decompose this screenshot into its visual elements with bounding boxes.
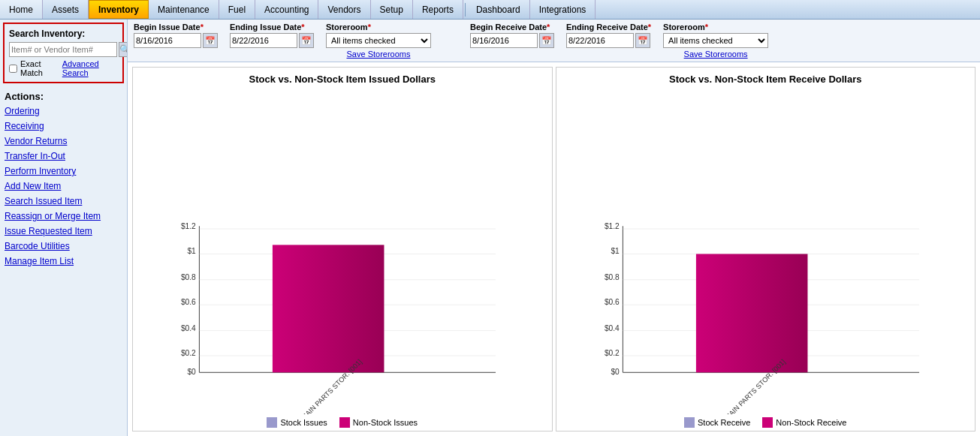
- receive-chart-inner: $1.2 $1 $0.8 $0.6 $0.4 $0.2 $0: [559, 88, 972, 414]
- svg-text:$1: $1: [611, 247, 620, 255]
- issue-storeroom-section: Storeroom* All items checked Save Storer…: [326, 23, 431, 59]
- issue-storeroom-label: Storeroom*: [326, 23, 431, 32]
- issued-nonstock-swatch: [339, 417, 350, 428]
- receive-nonstock-legend: Non-Stock Receive: [762, 417, 846, 428]
- svg-text:$0.4: $0.4: [181, 324, 196, 332]
- issued-chart-inner: $1.2 $1 $0.8 $0.6 $0.4 $0.2 $0: [136, 88, 549, 414]
- end-receive-date-label: Ending Receive Date*: [566, 23, 651, 32]
- svg-text:$0.8: $0.8: [181, 273, 196, 281]
- nav-separator: [465, 3, 466, 17]
- nav-integrations[interactable]: Integrations: [530, 0, 596, 19]
- sidebar-action-issue-requested[interactable]: Issue Requested Item: [0, 224, 127, 239]
- sidebar-action-ordering[interactable]: Ordering: [0, 104, 127, 119]
- nonstock-issued-bar: [273, 245, 384, 372]
- svg-text:$0.4: $0.4: [604, 324, 619, 332]
- issued-nonstock-legend-label: Non-Stock Issues: [353, 418, 418, 427]
- receive-stock-legend-label: Stock Receive: [698, 418, 750, 427]
- issued-stock-legend: Stock Issues: [267, 417, 327, 428]
- begin-receive-date-group: Begin Receive Date* 📅: [470, 23, 554, 48]
- svg-text:$0: $0: [187, 368, 196, 376]
- nav-home[interactable]: Home: [0, 0, 43, 19]
- exact-match-label: Exact Match: [20, 59, 59, 77]
- sidebar-action-search-issued[interactable]: Search Issued Item: [0, 194, 127, 209]
- end-issue-date-label: Ending Issue Date*: [230, 23, 314, 32]
- end-receive-date-cal-button[interactable]: 📅: [635, 33, 650, 48]
- sidebar-action-perform-inventory[interactable]: Perform Inventory: [0, 164, 127, 179]
- receive-stock-legend: Stock Receive: [684, 417, 750, 428]
- end-receive-date-input[interactable]: [566, 33, 634, 48]
- nav-vendors[interactable]: Vendors: [318, 0, 370, 19]
- nav-dashboard[interactable]: Dashboard: [467, 0, 530, 19]
- svg-text:$0.2: $0.2: [181, 349, 196, 357]
- main-layout: Search Inventory: 🔍 Exact Match Advanced…: [0, 20, 980, 436]
- receive-nonstock-swatch: [762, 417, 773, 428]
- nav-inventory[interactable]: Inventory: [89, 0, 149, 19]
- svg-text:$0.2: $0.2: [604, 349, 619, 357]
- search-input[interactable]: [9, 42, 117, 57]
- sidebar-action-transfer[interactable]: Transfer In-Out: [0, 149, 127, 164]
- receive-stock-swatch: [684, 417, 695, 428]
- nav-reports[interactable]: Reports: [413, 0, 463, 19]
- receive-storeroom-select[interactable]: All items checked: [663, 33, 768, 48]
- receive-chart-title: Stock vs. Non-Stock Item Receive Dollars: [669, 74, 861, 85]
- issued-chart-container: Stock vs. Non-Stock Item Issued Dollars …: [132, 67, 553, 431]
- issued-chart-svg: $1.2 $1 $0.8 $0.6 $0.4 $0.2 $0: [136, 219, 549, 414]
- sidebar-action-vendor-returns[interactable]: Vendor Returns: [0, 134, 127, 149]
- search-inventory-section: Search Inventory: 🔍 Exact Match Advanced…: [3, 23, 124, 83]
- receive-chart-container: Stock vs. Non-Stock Item Receive Dollars…: [556, 67, 976, 431]
- begin-issue-date-input-row: 📅: [134, 33, 218, 48]
- sidebar-action-receiving[interactable]: Receiving: [0, 119, 127, 134]
- begin-issue-date-input[interactable]: [134, 33, 201, 48]
- begin-issue-date-cal-button[interactable]: 📅: [203, 33, 218, 48]
- begin-receive-date-label: Begin Receive Date*: [470, 23, 554, 32]
- issued-chart-title: Stock vs. Non-Stock Item Issued Dollars: [249, 74, 436, 85]
- sidebar-action-manage-list[interactable]: Manage Item List: [0, 254, 127, 269]
- end-issue-date-input-row: 📅: [230, 33, 314, 48]
- svg-text:$0.6: $0.6: [181, 298, 196, 306]
- end-receive-date-group: Ending Receive Date* 📅: [566, 23, 651, 48]
- svg-text:$0.8: $0.8: [604, 273, 619, 281]
- nav-maintenance[interactable]: Maintenance: [149, 0, 219, 19]
- begin-receive-date-cal-button[interactable]: 📅: [539, 33, 554, 48]
- sidebar-action-add-new-item[interactable]: Add New Item: [0, 179, 127, 194]
- begin-issue-date-label: Begin Issue Date*: [134, 23, 218, 32]
- search-button[interactable]: 🔍: [119, 42, 128, 57]
- receive-nonstock-legend-label: Non-Stock Receive: [776, 418, 846, 427]
- exact-match-checkbox[interactable]: [9, 65, 17, 73]
- issued-chart-legend: Stock Issues Non-Stock Issues: [267, 417, 418, 428]
- content-area: Begin Issue Date* 📅 Ending Issue Date* 📅…: [128, 20, 980, 436]
- end-receive-date-input-row: 📅: [566, 33, 651, 48]
- search-inventory-label: Search Inventory:: [9, 29, 118, 39]
- begin-receive-date-input[interactable]: [470, 33, 538, 48]
- issued-stock-legend-label: Stock Issues: [280, 418, 327, 427]
- issue-save-storerooms[interactable]: Save Storerooms: [326, 50, 431, 59]
- actions-label: Actions:: [0, 86, 127, 104]
- receive-storeroom-group: Storeroom* All items checked: [663, 23, 768, 48]
- svg-text:$1.2: $1.2: [181, 222, 196, 230]
- charts-area: Stock vs. Non-Stock Item Issued Dollars …: [128, 62, 980, 436]
- issued-nonstock-legend: Non-Stock Issues: [339, 417, 418, 428]
- sidebar-action-reassign[interactable]: Reassign or Merge Item: [0, 209, 127, 224]
- end-issue-date-input[interactable]: [230, 33, 297, 48]
- nav-assets[interactable]: Assets: [43, 0, 89, 19]
- svg-text:$0: $0: [611, 368, 620, 376]
- svg-text:$1: $1: [187, 247, 196, 255]
- begin-issue-date-group: Begin Issue Date* 📅: [134, 23, 218, 48]
- exact-match-row: Exact Match Advanced Search: [9, 59, 118, 77]
- nav-fuel[interactable]: Fuel: [219, 0, 255, 19]
- receive-chart-svg: $1.2 $1 $0.8 $0.6 $0.4 $0.2 $0: [559, 219, 972, 414]
- sidebar: Search Inventory: 🔍 Exact Match Advanced…: [0, 20, 128, 436]
- receive-chart-legend: Stock Receive Non-Stock Receive: [684, 417, 846, 428]
- nav-accounting[interactable]: Accounting: [255, 0, 318, 19]
- end-issue-date-cal-button[interactable]: 📅: [299, 33, 314, 48]
- svg-text:$0.6: $0.6: [604, 298, 619, 306]
- advanced-search-link[interactable]: Advanced Search: [62, 59, 118, 77]
- svg-text:$1.2: $1.2: [604, 222, 619, 230]
- receive-save-storerooms[interactable]: Save Storerooms: [663, 50, 768, 59]
- begin-receive-date-input-row: 📅: [470, 33, 554, 48]
- receive-storeroom-label: Storeroom*: [663, 23, 768, 32]
- top-nav: Home Assets Inventory Maintenance Fuel A…: [0, 0, 980, 20]
- sidebar-action-barcode[interactable]: Barcode Utilities: [0, 239, 127, 254]
- nav-setup[interactable]: Setup: [371, 0, 413, 19]
- issue-storeroom-select[interactable]: All items checked: [326, 33, 431, 48]
